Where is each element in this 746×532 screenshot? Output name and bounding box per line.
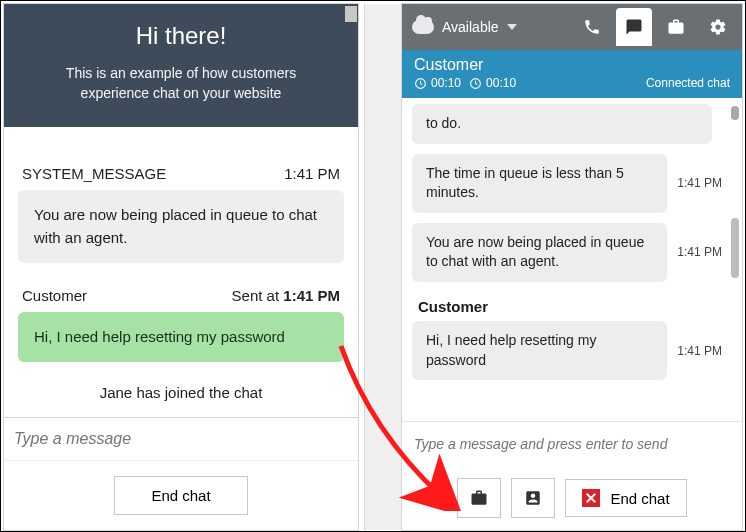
- system-message-timestamp: 1:41 PM: [284, 165, 340, 182]
- message-timestamp: 1:41 PM: [677, 176, 722, 190]
- contacts-button[interactable]: [511, 478, 555, 518]
- connection-state: Connected chat: [646, 76, 730, 90]
- case-button[interactable]: [457, 478, 501, 518]
- system-message-body: You are now being placed in queue to cha…: [18, 190, 344, 263]
- message-timestamp: 1:41 PM: [677, 344, 722, 358]
- system-message-header: SYSTEM_MESSAGE 1:41 PM: [22, 165, 340, 182]
- widget-header: Hi there! This is an example of how cust…: [4, 4, 358, 127]
- contact-timer-b: 00:10: [469, 76, 516, 90]
- close-icon: [582, 489, 600, 507]
- agent-thread[interactable]: to do. The time in queue is less than 5 …: [402, 98, 742, 421]
- agent-message-input[interactable]: [414, 436, 730, 452]
- contact-header: Customer 00:10 00:10 Connected chat: [402, 50, 742, 98]
- agent-status-text: Available: [442, 19, 499, 35]
- customer-message-input[interactable]: [14, 430, 348, 448]
- chat-tab[interactable]: [616, 8, 652, 46]
- widget-greeting: Hi there!: [32, 22, 330, 50]
- message-body: to do.: [412, 104, 712, 144]
- agent-action-bar: End chat: [402, 466, 742, 530]
- settings-tab[interactable]: [700, 8, 736, 46]
- cloud-icon: [412, 20, 434, 34]
- agent-input-area: [402, 421, 742, 466]
- customer-message-body: Hi, I need help resetting my password: [18, 312, 344, 362]
- customer-message-header: Customer Sent at 1:41 PM: [22, 287, 340, 304]
- agent-console: Available Customer 00:10: [401, 3, 743, 531]
- sender-label: Customer: [418, 298, 722, 315]
- customer-end-chat-button[interactable]: End chat: [114, 476, 247, 515]
- customer-input-area: [4, 417, 358, 460]
- message-timestamp: 1:41 PM: [677, 245, 722, 259]
- chevron-down-icon: [507, 24, 517, 30]
- customer-thread[interactable]: SYSTEM_MESSAGE 1:41 PM You are now being…: [4, 127, 358, 417]
- contact-name: Customer: [414, 56, 730, 74]
- message-row: The time in queue is less than 5 minutes…: [412, 154, 722, 213]
- message-row: You are now being placed in queue to cha…: [412, 223, 722, 282]
- phone-tab[interactable]: [574, 8, 610, 46]
- customer-label: Customer: [22, 287, 87, 304]
- scrollbar-thumb[interactable]: [731, 218, 739, 278]
- message-body: Hi, I need help resetting my password: [412, 321, 667, 380]
- contact-timer-a: 00:10: [414, 76, 461, 90]
- customer-footer: End chat: [4, 460, 358, 530]
- message-row: Hi, I need help resetting my password 1:…: [412, 321, 722, 380]
- message-row: to do.: [412, 104, 722, 144]
- agent-status-dropdown[interactable]: Available: [412, 19, 517, 35]
- widget-subtitle: This is an example of how customers expe…: [32, 64, 330, 103]
- cases-tab[interactable]: [658, 8, 694, 46]
- message-body: The time in queue is less than 5 minutes…: [412, 154, 667, 213]
- join-notice: Jane has joined the chat: [16, 384, 346, 401]
- system-message-label: SYSTEM_MESSAGE: [22, 165, 166, 182]
- customer-chat-widget: Hi there! This is an example of how cust…: [3, 3, 359, 531]
- customer-sent-at: Sent at 1:41 PM: [232, 287, 340, 304]
- message-body: You are now being placed in queue to cha…: [412, 223, 667, 282]
- agent-topbar: Available: [402, 4, 742, 50]
- end-chat-label: End chat: [610, 490, 669, 507]
- agent-end-chat-button[interactable]: End chat: [565, 479, 686, 517]
